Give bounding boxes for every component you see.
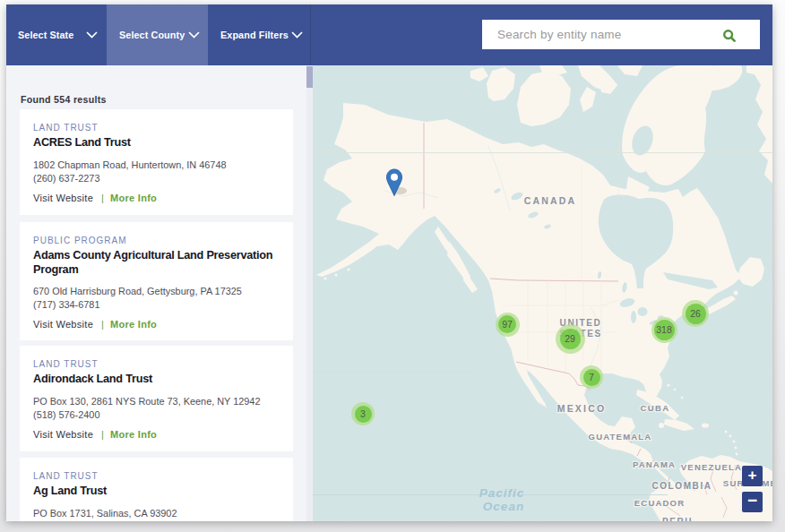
- svg-text:CUBA: CUBA: [640, 403, 669, 413]
- svg-text:GUATEMALA: GUATEMALA: [589, 432, 652, 442]
- svg-text:PANAMA: PANAMA: [633, 459, 676, 469]
- svg-text:VENEZUELA: VENEZUELA: [681, 462, 742, 472]
- svg-text:MEXICO: MEXICO: [557, 403, 607, 414]
- svg-text:PERU: PERU: [662, 517, 693, 521]
- svg-text:COLOMBIA: COLOMBIA: [651, 481, 712, 491]
- svg-text:ECUADOR: ECUADOR: [634, 498, 685, 508]
- svg-text:Ocean: Ocean: [483, 500, 524, 513]
- svg-text:CANADA: CANADA: [524, 195, 577, 206]
- svg-text:Pacific: Pacific: [479, 486, 525, 500]
